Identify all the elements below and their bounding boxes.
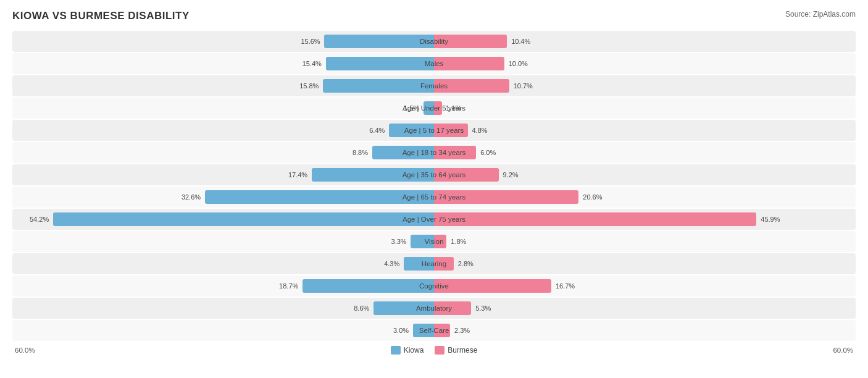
bar-center-label: Age | 18 to 34 years — [403, 149, 466, 156]
bar-row: Age | 35 to 64 years17.4%9.2% — [12, 164, 856, 185]
bar-row: Cognitive18.7%16.7% — [12, 275, 856, 296]
bar-row: Age | 18 to 34 years8.8%6.0% — [12, 142, 856, 163]
footer-left-value: 60.0% — [15, 346, 35, 354]
left-value-label: 8.8% — [353, 149, 368, 156]
left-bar — [205, 190, 434, 204]
left-value-label: 17.4% — [288, 171, 307, 178]
bar-row: Age | Over 75 years54.2%45.9% — [12, 209, 856, 230]
bar-row: Females15.8%10.7% — [12, 75, 856, 96]
legend-burmese: Burmese — [435, 346, 477, 355]
left-value-label: 8.6% — [354, 304, 369, 312]
left-value-label: 15.6% — [301, 38, 320, 45]
bar-row: Hearing4.3%2.8% — [12, 253, 856, 274]
left-bar — [323, 79, 434, 93]
left-bar — [326, 57, 434, 70]
right-value-label: 4.8% — [472, 127, 487, 134]
right-value-label: 10.4% — [511, 38, 530, 45]
right-value-label: 16.7% — [556, 282, 575, 290]
left-value-label: 15.8% — [299, 82, 319, 90]
burmese-color-box — [435, 346, 444, 355]
burmese-legend-label: Burmese — [448, 346, 477, 355]
bar-center-label: Males — [425, 60, 444, 67]
legend-kiowa: Kiowa — [391, 346, 424, 355]
left-value-label: 18.7% — [279, 282, 298, 290]
page-title: KIOWA VS BURMESE DISABILITY — [12, 10, 190, 22]
bar-center-label: Hearing — [422, 260, 446, 267]
left-value-label: 15.4% — [303, 60, 322, 67]
kiowa-color-box — [391, 346, 401, 355]
bar-center-label: Vision — [424, 238, 443, 245]
bar-row: Self-Care3.0%2.3% — [12, 320, 856, 341]
right-value-label: 10.7% — [514, 82, 533, 90]
bar-row: Males15.4%10.0% — [12, 53, 856, 74]
right-bar — [434, 212, 756, 226]
left-value-label: 54.2% — [30, 216, 49, 223]
chart-legend: Kiowa Burmese — [391, 346, 478, 355]
bar-row: Ambulatory8.6%5.3% — [12, 298, 856, 319]
bar-center-label: Disability — [420, 38, 448, 45]
bar-center-label: Cognitive — [419, 282, 449, 290]
right-value-label: 2.8% — [458, 260, 474, 267]
right-bar — [434, 279, 551, 293]
right-value-label: 20.6% — [583, 193, 602, 201]
right-value-label: 1.8% — [451, 238, 466, 245]
chart-area: Disability15.6%10.4%Males15.4%10.0%Femal… — [12, 31, 856, 341]
bar-center-label: Age | Over 75 years — [403, 216, 465, 223]
bar-row: Disability15.6%10.4% — [12, 31, 856, 52]
left-bar — [303, 279, 434, 293]
bar-center-label: Age | Under 5 years — [403, 104, 465, 112]
left-bar — [53, 212, 434, 226]
right-value-label: 6.0% — [480, 149, 496, 156]
kiowa-legend-label: Kiowa — [404, 346, 424, 355]
left-value-label: 3.3% — [391, 238, 407, 245]
bar-row: Age | Under 5 years1.5%1.1% — [12, 98, 856, 119]
left-value-label: 32.6% — [182, 193, 201, 201]
bar-center-label: Self-Care — [419, 327, 449, 334]
left-value-label: 6.4% — [369, 127, 385, 134]
bar-row: Age | 5 to 17 years6.4%4.8% — [12, 120, 856, 141]
right-value-label: 10.0% — [509, 60, 528, 67]
right-value-label: 5.3% — [475, 304, 491, 312]
bar-center-label: Females — [420, 82, 448, 90]
bar-center-label: Ambulatory — [416, 304, 452, 312]
source-label: Source: ZipAtlas.com — [785, 10, 856, 19]
footer-right-value: 60.0% — [833, 346, 853, 354]
bar-center-label: Age | 65 to 74 years — [403, 193, 466, 201]
left-value-label: 4.3% — [384, 260, 399, 267]
bar-center-label: Age | 5 to 17 years — [404, 127, 464, 134]
bar-row: Age | 65 to 74 years32.6%20.6% — [12, 187, 856, 208]
right-value-label: 2.3% — [454, 327, 470, 334]
left-value-label: 3.0% — [393, 327, 409, 334]
right-value-label: 9.2% — [503, 171, 519, 178]
left-bar — [324, 35, 434, 48]
bar-row: Vision3.3%1.8% — [12, 231, 856, 252]
chart-footer: 60.0% Kiowa Burmese 60.0% — [12, 346, 856, 355]
right-value-label: 45.9% — [761, 216, 780, 223]
right-bar — [434, 57, 504, 70]
bar-center-label: Age | 35 to 64 years — [403, 171, 466, 178]
